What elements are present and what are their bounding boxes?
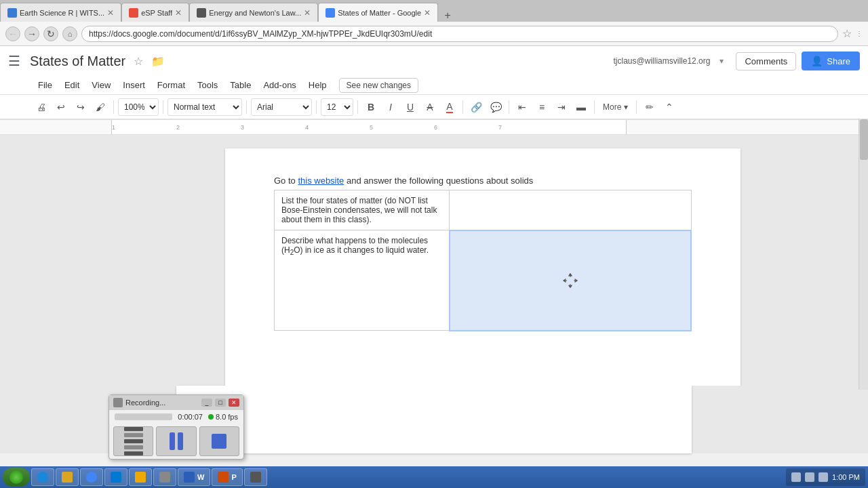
- title-star-icon[interactable]: ☆: [134, 55, 143, 68]
- tab-icon-esp: [129, 8, 138, 18]
- menu-help[interactable]: Help: [303, 78, 332, 92]
- scrollbar[interactable]: [859, 119, 868, 390]
- see-changes-button[interactable]: See new changes: [339, 78, 418, 93]
- system-tray: 1:00 PM: [786, 468, 865, 486]
- taskbar-app-outlook[interactable]: [104, 468, 127, 486]
- ruler-mark-5: 5: [370, 124, 373, 131]
- stripe-4: [124, 445, 143, 449]
- taskbar-app-chrome[interactable]: [80, 468, 103, 486]
- more-button[interactable]: More ▾: [599, 98, 632, 116]
- taskbar-app-ie[interactable]: [31, 468, 54, 486]
- recording-time: 0:00:07: [178, 413, 203, 421]
- tab-close-earth[interactable]: ✕: [107, 8, 114, 18]
- pause-bar-1: [170, 432, 175, 450]
- tab-energy[interactable]: Energy and Newton's Law... ✕: [189, 3, 318, 22]
- new-tab-button[interactable]: +: [438, 9, 457, 22]
- taskbar-app-word[interactable]: W: [178, 468, 210, 486]
- recording-pause-button[interactable]: [156, 426, 196, 456]
- collapse-toolbar-button[interactable]: ⌃: [660, 98, 678, 116]
- ppt-label: P: [231, 473, 236, 481]
- menu-file[interactable]: File: [33, 78, 58, 92]
- print-button[interactable]: 🖨: [33, 98, 50, 116]
- stop-icon: [212, 434, 226, 449]
- answer-cell-2[interactable]: [450, 230, 691, 331]
- pause-bar-2: [178, 432, 183, 450]
- user-dropdown-icon[interactable]: ▾: [719, 56, 724, 66]
- taskbar-app-folder[interactable]: [129, 468, 152, 486]
- start-button[interactable]: [3, 468, 30, 487]
- volume-icon[interactable]: [818, 472, 828, 482]
- outlook-icon: [111, 472, 121, 483]
- share-label: Share: [827, 56, 850, 66]
- windows-logo-icon: [9, 470, 23, 484]
- stripe-1: [124, 427, 143, 431]
- tab-earth[interactable]: Earth Science R | WITS... ✕: [0, 3, 121, 22]
- ruler-mark-3: 3: [241, 124, 244, 131]
- align-right-button[interactable]: ⇥: [553, 98, 570, 116]
- docs-header: ☰ States of Matter ☆ 📁 tjclaus@williamsv…: [0, 46, 868, 120]
- bold-button[interactable]: B: [362, 98, 380, 116]
- strikethrough-button[interactable]: A: [421, 98, 439, 116]
- docs-content[interactable]: Go to this website and answer the follow…: [111, 135, 854, 386]
- tab-esp[interactable]: eSP Staff ✕: [121, 3, 189, 22]
- extensions-icon[interactable]: ⋮: [856, 30, 863, 37]
- bookmark-star-icon[interactable]: ☆: [842, 27, 852, 40]
- people-icon: 👤: [811, 56, 823, 66]
- menu-addons[interactable]: Add-ons: [258, 78, 301, 92]
- docs-main: Go to this website and answer the follow…: [0, 135, 868, 386]
- comments-button[interactable]: Comments: [736, 52, 796, 70]
- title-folder-icon[interactable]: 📁: [151, 55, 165, 68]
- align-justify-button[interactable]: ▬: [572, 98, 590, 116]
- taskbar-app-explorer[interactable]: [56, 468, 79, 486]
- menu-tools[interactable]: Tools: [192, 78, 223, 92]
- zoom-select[interactable]: 100% 75% 125%: [118, 98, 159, 116]
- tab-close-states[interactable]: ✕: [424, 8, 431, 18]
- this-website-link[interactable]: this website: [298, 176, 344, 186]
- taskbar-app-9[interactable]: [244, 468, 267, 486]
- menu-view[interactable]: View: [86, 78, 116, 92]
- doc-intro: Go to this website and answer the follow…: [274, 176, 692, 190]
- forward-button[interactable]: →: [24, 26, 39, 41]
- recording-buttons: [109, 424, 243, 459]
- tab-close-energy[interactable]: ✕: [304, 8, 311, 18]
- scroll-thumb[interactable]: [860, 119, 868, 160]
- taskbar-app-6[interactable]: [153, 468, 176, 486]
- underline-button[interactable]: U: [401, 98, 419, 116]
- reload-button[interactable]: ↻: [43, 26, 58, 41]
- tab-icon-energy: [197, 8, 206, 18]
- menu-format[interactable]: Format: [152, 78, 191, 92]
- answer-cell-1[interactable]: [450, 190, 691, 230]
- menu-table[interactable]: Table: [224, 78, 256, 92]
- recording-scrub-button[interactable]: [113, 426, 153, 456]
- back-button[interactable]: ←: [5, 26, 20, 41]
- font-select[interactable]: Arial Times New Roman: [251, 98, 312, 116]
- menu-edit[interactable]: Edit: [59, 78, 85, 92]
- menu-insert[interactable]: Insert: [117, 78, 151, 92]
- doc-page: Go to this website and answer the follow…: [225, 148, 741, 386]
- redo-button[interactable]: ↪: [72, 98, 90, 116]
- recording-stop-button[interactable]: [199, 426, 239, 456]
- recording-maximize-button[interactable]: □: [215, 399, 226, 407]
- recording-minimize-button[interactable]: _: [201, 399, 212, 407]
- text-color-button[interactable]: A: [441, 98, 458, 116]
- share-button[interactable]: 👤 Share: [802, 52, 860, 70]
- tab-close-esp[interactable]: ✕: [175, 8, 182, 18]
- recording-close-button[interactable]: ✕: [229, 399, 239, 407]
- taskbar-app-ppt[interactable]: P: [212, 468, 242, 486]
- align-center-button[interactable]: ≡: [533, 98, 551, 116]
- font-size-select[interactable]: 12 10 14 16: [321, 98, 353, 116]
- undo-button[interactable]: ↩: [52, 98, 70, 116]
- style-select[interactable]: Normal text Heading 1 Heading 2: [167, 98, 242, 116]
- tab-states[interactable]: States of Matter - Google ✕: [318, 3, 438, 22]
- italic-button[interactable]: I: [382, 98, 399, 116]
- align-left-button[interactable]: ⇤: [513, 98, 531, 116]
- link-button[interactable]: 🔗: [467, 98, 485, 116]
- hamburger-menu-icon[interactable]: ☰: [8, 53, 20, 69]
- home-button[interactable]: ⌂: [62, 26, 77, 41]
- comment-button[interactable]: 💬: [487, 98, 505, 116]
- word-icon: [184, 472, 195, 483]
- tab-label-states: States of Matter - Google: [338, 9, 421, 17]
- address-input[interactable]: [81, 26, 838, 42]
- edit-icon-button[interactable]: ✏: [641, 98, 658, 116]
- paintformat-button[interactable]: 🖌: [92, 98, 109, 116]
